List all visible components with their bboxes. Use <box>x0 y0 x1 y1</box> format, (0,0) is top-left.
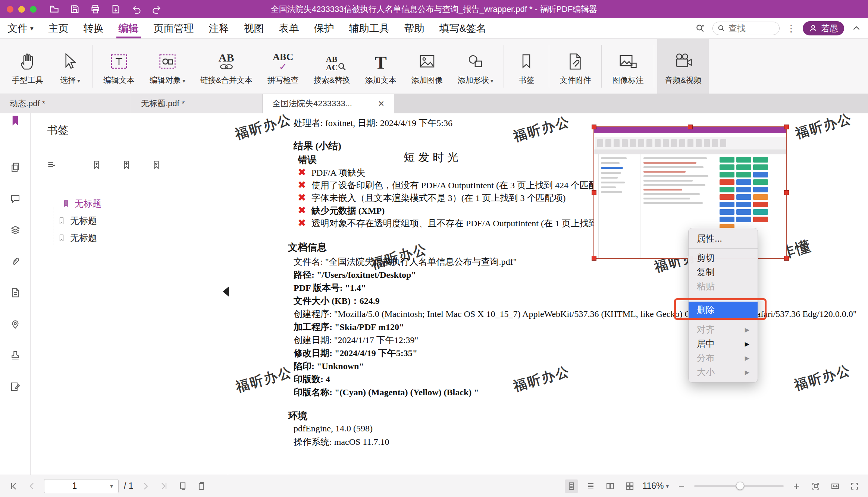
tab-active-document[interactable]: 全国法院失4233333... × <box>263 94 394 113</box>
selection-handle-top-left[interactable] <box>592 125 596 129</box>
menu-fill-sign[interactable]: 填写&签名 <box>432 18 494 38</box>
document-page[interactable]: 福昕办公 福昕办公 福昕办公 福昕办公 福昕办公 非懂 福昕办公 福昕办公 福昕… <box>228 113 868 475</box>
context-menu-center[interactable]: 居中 <box>689 337 758 351</box>
tool-add-text[interactable]: T 添加文本 <box>358 39 404 94</box>
bookmarks-panel-icon[interactable] <box>9 114 22 127</box>
comments-panel-icon[interactable] <box>9 192 22 205</box>
page-number-box[interactable]: 1 ▾ <box>44 479 119 493</box>
mini-menubar <box>594 133 786 137</box>
docinfo-line: 加工程序: "Skia/PDF m120" <box>294 321 404 333</box>
tool-hand[interactable]: 手型工具 <box>4 39 51 94</box>
menu-page-management[interactable]: 页面管理 <box>146 18 201 38</box>
facing-view-icon[interactable] <box>604 479 617 493</box>
fullscreen-icon[interactable] <box>848 479 861 493</box>
last-page-icon[interactable] <box>157 479 171 493</box>
menu-comment[interactable]: 注释 <box>201 18 236 38</box>
bookmark-list-options-icon[interactable] <box>44 157 59 172</box>
menu-edit[interactable]: 编辑 <box>111 18 146 38</box>
fit-width-icon[interactable] <box>828 479 842 493</box>
open-file-icon[interactable] <box>49 4 59 14</box>
selection-handle-bottom-left[interactable] <box>592 256 596 261</box>
signatures-panel-icon[interactable] <box>9 380 22 393</box>
continuous-facing-view-icon[interactable] <box>623 479 636 493</box>
menu-accessibility[interactable]: 辅助工具 <box>342 18 397 38</box>
tool-image-annotation[interactable]: 图像标注 <box>605 39 651 94</box>
tool-file-attachment[interactable]: 文件附件 <box>552 39 598 94</box>
save-icon[interactable] <box>70 4 80 14</box>
previous-page-icon[interactable] <box>25 479 39 493</box>
menu-convert[interactable]: 转换 <box>76 18 111 38</box>
selection-handle-top-right[interactable] <box>784 125 789 129</box>
print-icon[interactable] <box>90 4 100 14</box>
tool-search-replace[interactable]: ABAC 搜索&替换 <box>306 39 358 94</box>
page-dropdown-icon[interactable]: ▾ <box>105 482 118 490</box>
close-window-button[interactable] <box>7 6 13 13</box>
tool-edit-object[interactable]: 编辑对象 <box>142 39 193 94</box>
search-input[interactable] <box>728 23 770 34</box>
continuous-view-icon[interactable] <box>584 479 598 493</box>
zoom-in-icon[interactable] <box>790 479 803 493</box>
attachments-panel-icon[interactable] <box>9 255 22 268</box>
menu-view[interactable]: 视图 <box>236 18 272 38</box>
zoom-slider-handle[interactable] <box>736 482 744 490</box>
zoom-out-icon[interactable] <box>675 479 688 493</box>
tool-link-merge-text[interactable]: AB 链接&合并文本 <box>193 39 260 94</box>
menu-form[interactable]: 表单 <box>272 18 307 38</box>
menu-file[interactable]: 文件 <box>0 18 41 38</box>
selection-handle-bottom-right[interactable] <box>784 256 789 261</box>
page-heading: 短发时光 <box>404 150 462 165</box>
tool-add-image[interactable]: 添加图像 <box>404 39 450 94</box>
select-cursor-icon <box>60 47 80 72</box>
delete-bookmark-icon[interactable] <box>149 157 164 172</box>
find-search-box[interactable] <box>712 22 780 35</box>
context-menu-cut[interactable]: 剪切 <box>689 251 758 265</box>
zoom-level[interactable]: 116% <box>642 481 669 491</box>
first-page-icon[interactable] <box>7 479 20 493</box>
bookmark-item[interactable]: 无标题 <box>31 230 228 246</box>
tool-edit-text[interactable]: 编辑文本 <box>96 39 142 94</box>
error-x-icon: ✖ <box>298 192 306 203</box>
context-menu-properties[interactable]: 属性... <box>689 231 758 246</box>
redo-icon[interactable] <box>152 4 162 14</box>
collapse-ribbon-icon[interactable] <box>851 23 862 34</box>
selection-handle-middle-right[interactable] <box>784 190 789 195</box>
next-view-icon[interactable] <box>195 479 208 493</box>
menu-home[interactable]: 主页 <box>41 18 76 38</box>
destinations-panel-icon[interactable] <box>9 318 22 330</box>
pages-panel-icon[interactable] <box>9 161 22 174</box>
layers-panel-icon[interactable] <box>9 224 22 236</box>
selection-handle-middle-left[interactable] <box>592 190 596 195</box>
export-icon[interactable] <box>111 4 121 14</box>
more-options-icon[interactable]: ⋮ <box>786 23 796 34</box>
tool-bookmark[interactable]: 书签 <box>507 39 546 94</box>
collapse-panel-handle[interactable] <box>223 286 229 297</box>
selection-handle-top-center[interactable] <box>688 125 693 129</box>
close-tab-icon[interactable]: × <box>378 98 384 109</box>
single-page-view-icon[interactable] <box>565 479 578 493</box>
search-options-icon[interactable] <box>695 23 706 34</box>
add-bookmark-icon[interactable] <box>89 157 104 172</box>
bookmark-item[interactable]: 无标题 <box>31 213 228 229</box>
previous-view-icon[interactable] <box>176 479 189 493</box>
promote-bookmark-icon[interactable] <box>119 157 134 172</box>
fit-page-icon[interactable] <box>809 479 822 493</box>
context-menu-copy[interactable]: 复制 <box>689 265 758 279</box>
bookmark-item-selected[interactable]: 无标题 <box>31 195 228 212</box>
tab-untitled[interactable]: 无标题.pdf * <box>131 94 263 113</box>
tool-select[interactable]: 选择 <box>51 39 90 94</box>
tool-add-shape[interactable]: 添加形状 <box>450 39 501 94</box>
undo-icon[interactable] <box>131 4 141 14</box>
fields-panel-icon[interactable] <box>9 286 22 299</box>
menu-help[interactable]: 帮助 <box>397 18 432 38</box>
next-page-icon[interactable] <box>139 479 152 493</box>
zoom-window-button[interactable] <box>30 6 37 13</box>
minimize-window-button[interactable] <box>18 6 25 13</box>
tool-audio-video[interactable]: 音频&视频 <box>657 39 709 94</box>
tab-dongtai[interactable]: 动态.pdf * <box>0 94 131 113</box>
user-account-chip[interactable]: 若愚 <box>803 21 844 35</box>
zoom-slider[interactable] <box>694 485 784 487</box>
stamps-panel-icon[interactable] <box>9 349 22 362</box>
menu-protect[interactable]: 保护 <box>307 18 342 38</box>
tool-spell-check[interactable]: ABC✓ 拼写检查 <box>260 39 306 94</box>
page-number[interactable]: 1 <box>44 481 105 491</box>
